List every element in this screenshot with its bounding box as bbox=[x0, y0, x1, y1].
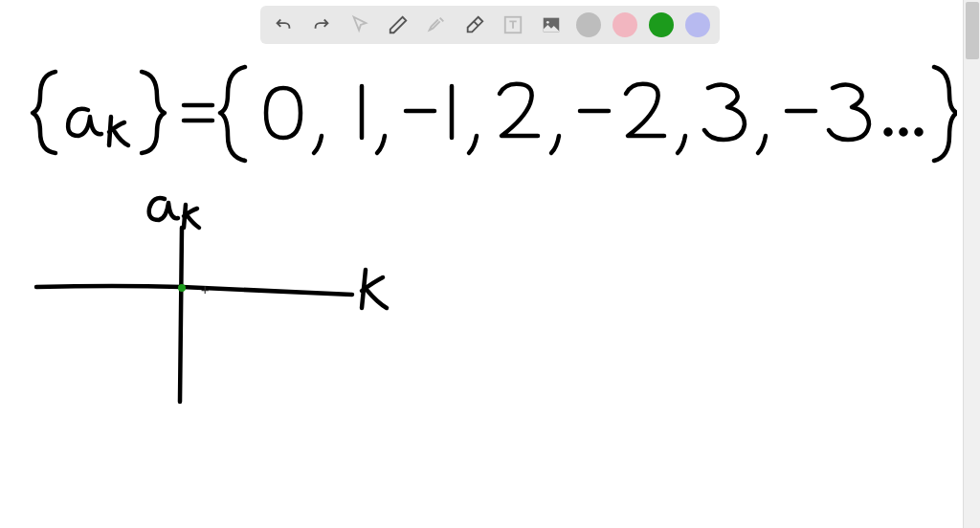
drawing-toolbar bbox=[260, 6, 720, 44]
pointer-icon bbox=[349, 14, 370, 35]
coordinate-axes bbox=[19, 182, 421, 430]
handwritten-equation bbox=[19, 57, 957, 172]
redo-icon bbox=[311, 14, 332, 35]
vertical-scrollbar[interactable] bbox=[963, 0, 980, 528]
cursor-crosshair: + bbox=[201, 282, 209, 297]
pencil-button[interactable] bbox=[385, 11, 412, 38]
text-icon bbox=[502, 14, 523, 35]
origin-point bbox=[178, 284, 186, 292]
eraser-icon bbox=[464, 14, 485, 35]
redo-button[interactable] bbox=[308, 11, 335, 38]
svg-point-0 bbox=[886, 130, 891, 135]
eraser-button[interactable] bbox=[461, 11, 488, 38]
undo-icon bbox=[273, 14, 294, 35]
svg-point-5 bbox=[546, 21, 549, 24]
color-pink[interactable] bbox=[612, 12, 637, 37]
text-button[interactable] bbox=[500, 11, 526, 38]
undo-button[interactable] bbox=[270, 11, 297, 38]
pencil-icon bbox=[388, 14, 409, 35]
svg-point-1 bbox=[902, 130, 906, 135]
drawing-canvas[interactable]: + {aₖ} = {0, 1, -1, 2, -2, 3, -3 . . . }… bbox=[0, 0, 963, 528]
color-gray[interactable] bbox=[576, 12, 601, 37]
image-button[interactable] bbox=[538, 11, 565, 38]
image-icon bbox=[541, 14, 562, 35]
tools-icon bbox=[426, 14, 447, 35]
pointer-button[interactable] bbox=[346, 11, 373, 38]
svg-point-2 bbox=[917, 130, 922, 135]
tools-button[interactable] bbox=[423, 11, 450, 38]
color-lavender[interactable] bbox=[685, 12, 710, 37]
scrollbar-thumb[interactable] bbox=[966, 2, 979, 59]
color-green[interactable] bbox=[649, 12, 674, 37]
